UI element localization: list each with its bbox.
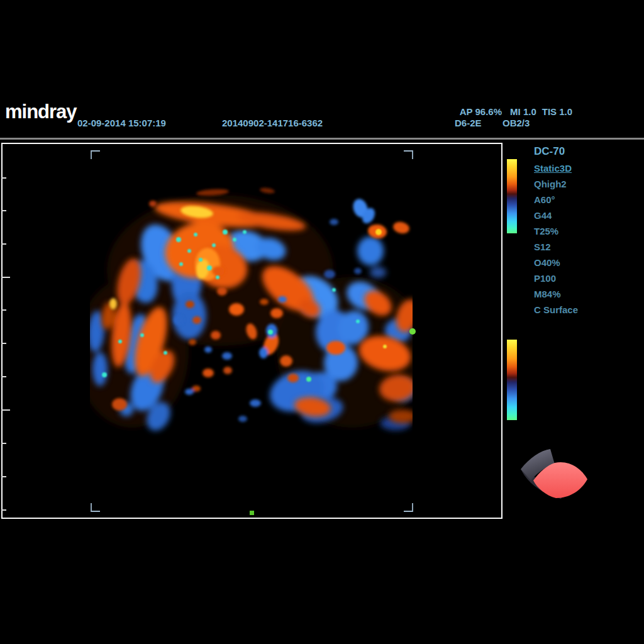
- datetime-label: 02-09-2014 15:07:19: [77, 118, 166, 128]
- param-angle: A60°: [534, 194, 555, 205]
- green-square-marker: [250, 511, 254, 515]
- roi-bracket-bottom-left[interactable]: [91, 503, 100, 511]
- ultrasound-screen: { "header": { "brand": "mindray", "datet…: [0, 0, 644, 644]
- mindray-logo: mindray: [5, 101, 77, 123]
- ap-value: AP 96.6%: [460, 106, 502, 117]
- param-opacity: O40%: [534, 257, 560, 268]
- param-threshold: T25%: [534, 226, 558, 236]
- mi-value: MI 1.0: [510, 106, 536, 117]
- roi-bracket-bottom-right[interactable]: [404, 503, 413, 511]
- mode-static3d-link[interactable]: Static3D: [534, 163, 572, 174]
- param-persistence: P100: [534, 273, 556, 284]
- green-dot-marker: [409, 328, 416, 335]
- roi-bracket-top-right[interactable]: [404, 151, 413, 159]
- param-smooth: S12: [534, 242, 551, 252]
- image-area[interactable]: [1, 143, 502, 519]
- flow-colorbar-bottom: [507, 340, 517, 420]
- probe-orientation-icon: [516, 440, 597, 506]
- param-render-mode: C Surface: [534, 304, 578, 315]
- acoustic-output-line: AP 96.6%MI 1.0TIS 1.0: [455, 96, 572, 117]
- param-gain: G44: [534, 210, 552, 221]
- param-mix: M84%: [534, 289, 561, 299]
- preset-label: OB2/3: [502, 118, 530, 128]
- machine-model-label: DC-70: [534, 145, 565, 158]
- 3d-flow-render[interactable]: [3, 144, 501, 518]
- header-separator: [0, 138, 644, 140]
- roi-bracket-top-left[interactable]: [91, 151, 100, 159]
- probe-label: D6-2E: [455, 118, 482, 128]
- render-volume: [75, 187, 428, 435]
- param-quality: Qhigh2: [534, 179, 567, 189]
- flow-colorbar-top: [507, 159, 517, 233]
- tis-value: TIS 1.0: [542, 106, 572, 117]
- exam-id-label: 20140902-141716-6362: [222, 118, 323, 128]
